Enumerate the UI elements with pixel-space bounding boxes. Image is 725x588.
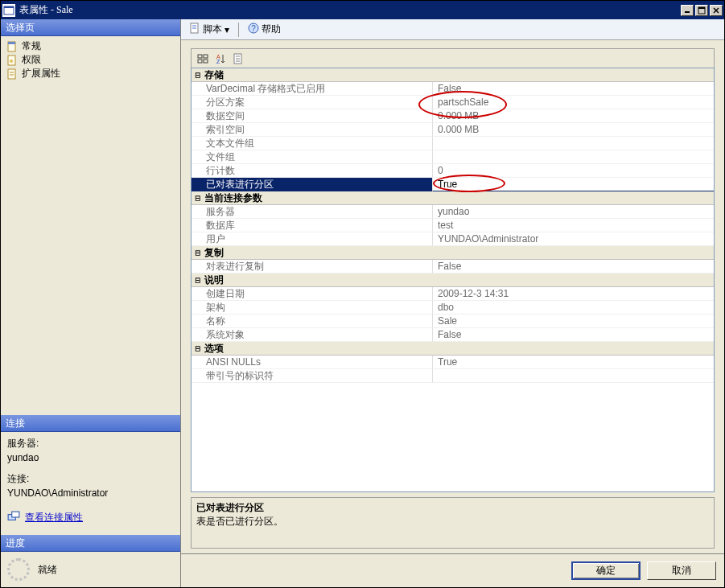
nav-label: 常规 (22, 39, 41, 53)
svg-rect-8 (8, 42, 15, 44)
property-row[interactable]: 数据空间0.000 MB (192, 109, 714, 123)
propgrid-toolbar: AZ (191, 48, 715, 68)
property-value (433, 137, 714, 150)
progress-box: 就绪 (1, 552, 180, 587)
connection-properties-icon (7, 511, 20, 524)
left-pane: 选择页 常规 权限 扩展属性 连接 服务器: yundao (1, 19, 181, 587)
svg-rect-15 (12, 512, 19, 517)
collapse-toggle-icon[interactable]: ⊟ (192, 248, 204, 258)
progress-status: 就绪 (38, 563, 57, 577)
help-icon: ? (248, 23, 259, 36)
alphabetical-button[interactable]: AZ (212, 51, 229, 67)
collapse-toggle-icon[interactable]: ⊟ (192, 70, 204, 80)
svg-rect-23 (198, 60, 202, 63)
nav-item-general[interactable]: 常规 (4, 39, 177, 53)
collapse-toggle-icon[interactable]: ⊟ (192, 343, 204, 354)
window-title: 表属性 - Sale (19, 3, 679, 17)
button-bar: 确定 取消 (181, 553, 724, 587)
property-row[interactable]: 系统对象False (192, 328, 714, 342)
right-pane: 脚本 ▾ ? 帮助 AZ ⊟存储VarDecimal 存储格式已启用False分 (181, 19, 724, 587)
property-value: False (433, 82, 714, 96)
category-row[interactable]: ⊟选项 (192, 342, 714, 356)
property-row[interactable]: 创建日期2009-12-3 14:31 (192, 287, 714, 301)
category-row[interactable]: ⊟当前连接参数 (192, 191, 714, 205)
category-row[interactable]: ⊟说明 (192, 273, 714, 287)
property-row[interactable]: 行计数0 (192, 164, 714, 178)
property-value (433, 150, 714, 164)
property-value: 0 (433, 164, 714, 178)
property-row[interactable]: 文本文件组 (192, 137, 714, 150)
property-grid[interactable]: ⊟存储VarDecimal 存储格式已启用False分区方案partschSal… (191, 68, 715, 492)
view-connection-link[interactable]: 查看连接属性 (25, 511, 83, 524)
nav-item-permissions[interactable]: 权限 (4, 53, 177, 67)
close-button[interactable] (710, 5, 723, 16)
minimize-button[interactable] (681, 5, 694, 16)
categorize-button[interactable] (195, 51, 211, 67)
server-label: 服务器: (7, 437, 174, 450)
property-label: 创建日期 (192, 287, 433, 301)
property-row[interactable]: 数据库test (192, 219, 714, 232)
property-row[interactable]: 服务器yundao (192, 205, 714, 219)
category-label: 存储 (204, 68, 224, 82)
connection-info: 服务器: yundao 连接: YUNDAO\Administrator 查看连… (1, 432, 180, 535)
property-row[interactable]: 名称Sale (192, 315, 714, 328)
nav-item-extended[interactable]: 扩展属性 (4, 67, 177, 80)
chevron-down-icon: ▾ (225, 24, 229, 35)
property-label: 名称 (192, 315, 433, 328)
property-row[interactable]: 分区方案partschSale (192, 96, 714, 109)
cancel-button[interactable]: 取消 (647, 561, 716, 580)
collapse-toggle-icon[interactable]: ⊟ (192, 193, 204, 204)
properties-button[interactable] (230, 51, 246, 67)
category-label: 当前连接参数 (204, 191, 262, 205)
toolbar-separator (238, 23, 239, 37)
property-label: 数据空间 (192, 109, 433, 123)
property-row[interactable]: VarDecimal 存储格式已启用False (192, 82, 714, 96)
property-row[interactable]: 架构dbo (192, 301, 714, 315)
progress-header: 进度 (1, 535, 180, 552)
content-area: AZ ⊟存储VarDecimal 存储格式已启用False分区方案partsch… (181, 40, 724, 553)
titlebar[interactable]: 表属性 - Sale (1, 1, 724, 19)
nav-label: 扩展属性 (22, 67, 60, 80)
select-page-header: 选择页 (1, 19, 180, 36)
property-value: partschSale (433, 96, 714, 109)
property-label: 分区方案 (192, 96, 433, 109)
property-label: 系统对象 (192, 328, 433, 342)
property-row[interactable]: 用户YUNDAO\Administrator (192, 232, 714, 246)
category-row[interactable]: ⊟存储 (192, 68, 714, 82)
help-button[interactable]: ? 帮助 (245, 22, 284, 37)
property-row[interactable]: 带引号的标识符 (192, 369, 714, 383)
connection-header: 连接 (1, 415, 180, 432)
script-button[interactable]: 脚本 ▾ (186, 22, 233, 37)
dialog-body: 选择页 常规 权限 扩展属性 连接 服务器: yundao (1, 19, 724, 587)
property-value: False (433, 328, 714, 342)
property-value (433, 369, 714, 383)
category-label: 复制 (204, 246, 224, 260)
property-value: test (433, 219, 714, 232)
window-icon (2, 4, 15, 17)
description-title: 已对表进行分区 (196, 501, 709, 515)
property-row[interactable]: 对表进行复制False (192, 260, 714, 273)
svg-rect-22 (204, 55, 208, 58)
property-value: True (433, 356, 714, 369)
property-row[interactable]: 已对表进行分区True (192, 178, 714, 191)
collapse-toggle-icon[interactable]: ⊟ (192, 275, 204, 286)
property-row[interactable]: 文件组 (192, 150, 714, 164)
properties-dialog: 表属性 - Sale 选择页 常规 权限 扩展属性 (0, 0, 725, 588)
property-value: dbo (433, 301, 714, 315)
description-body: 表是否已进行分区。 (196, 515, 709, 528)
maximize-button[interactable] (695, 5, 708, 16)
property-row[interactable]: 索引空间0.000 MB (192, 123, 714, 137)
connection-label: 连接: (7, 472, 174, 485)
script-icon (189, 23, 200, 36)
property-label: 数据库 (192, 219, 433, 232)
property-label: 服务器 (192, 205, 433, 219)
ok-button[interactable]: 确定 (571, 561, 641, 580)
property-label: 已对表进行分区 (192, 178, 433, 191)
nav-label: 权限 (22, 53, 41, 67)
svg-rect-11 (8, 69, 15, 79)
category-row[interactable]: ⊟复制 (192, 246, 714, 260)
connection-value: YUNDAO\Administrator (7, 487, 174, 500)
svg-rect-21 (198, 55, 202, 58)
property-row[interactable]: ANSI NULLsTrue (192, 356, 714, 369)
property-label: 文件组 (192, 150, 433, 164)
